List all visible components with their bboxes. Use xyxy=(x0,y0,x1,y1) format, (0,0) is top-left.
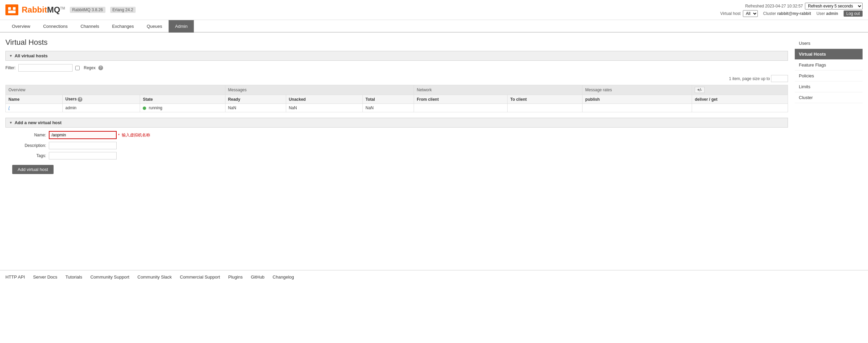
filter-input[interactable] xyxy=(18,64,73,72)
add-vhost-form: Name: /aopmin * 输入虚拟机名称 Description: Tag… xyxy=(12,131,788,159)
footer-commercial-support[interactable]: Commercial Support xyxy=(180,274,220,280)
virtual-host-select[interactable]: All xyxy=(743,10,758,17)
filter-label: Filter: xyxy=(5,65,16,70)
col-publish: publish xyxy=(583,95,692,104)
logout-button[interactable]: Log out xyxy=(844,11,863,17)
footer-tutorials[interactable]: Tutorials xyxy=(65,274,82,280)
status-running-icon xyxy=(143,107,146,110)
sidebar-item-cluster[interactable]: Cluster xyxy=(795,92,863,103)
nav-queues[interactable]: Queues xyxy=(140,20,169,33)
page-size-text: 1 item, page size up to xyxy=(729,76,770,81)
logo-tm: TM xyxy=(60,6,65,10)
erlang-version: Erlang 24.2 xyxy=(110,7,136,13)
rabbitmq-logo-icon xyxy=(5,4,18,15)
rabbitmq-version: RabbitMQ 3.8.26 xyxy=(70,7,105,13)
refreshed-timestamp: Refreshed 2023-04-27 10:32:57 xyxy=(745,4,803,8)
page-size-input[interactable]: 100 xyxy=(771,75,788,82)
row-ready: NaN xyxy=(225,104,286,112)
col-from-client: From client xyxy=(414,95,508,104)
nav-overview[interactable]: Overview xyxy=(5,20,37,33)
row-total: NaN xyxy=(363,104,414,112)
add-collapse-triangle-icon: ▼ xyxy=(9,121,13,125)
collapse-triangle-icon: ▼ xyxy=(9,54,13,58)
svg-rect-1 xyxy=(8,7,11,10)
footer: HTTP API Server Docs Tutorials Community… xyxy=(0,270,868,284)
col-total: Total xyxy=(363,95,414,104)
vhost-link[interactable]: / xyxy=(8,106,9,110)
svg-rect-3 xyxy=(8,11,16,13)
all-virtual-hosts-label: All virtual hosts xyxy=(15,53,48,58)
nav-connections[interactable]: Connections xyxy=(37,20,74,33)
sidebar-item-policies[interactable]: Policies xyxy=(795,71,863,81)
plus-minus-button[interactable]: +/- xyxy=(695,87,704,93)
footer-http-api[interactable]: HTTP API xyxy=(5,274,25,280)
state-text: running xyxy=(149,106,162,110)
footer-plugins[interactable]: Plugins xyxy=(228,274,243,280)
cluster-info: Cluster rabbit@my-rabbit xyxy=(763,11,811,16)
content-area: Virtual Hosts ▼ All virtual hosts Filter… xyxy=(5,38,788,265)
footer-server-docs[interactable]: Server Docs xyxy=(33,274,58,280)
add-virtual-host-button[interactable]: Add virtual host xyxy=(12,165,54,174)
name-label: Name: xyxy=(12,133,46,137)
user-value: admin xyxy=(826,11,838,16)
add-vhost-label: Add a new virtual host xyxy=(15,120,62,125)
group-network: Network xyxy=(414,85,583,95)
nav-channels[interactable]: Channels xyxy=(74,20,105,33)
nav-exchanges[interactable]: Exchanges xyxy=(105,20,140,33)
description-row: Description: xyxy=(12,142,788,149)
row-name[interactable]: / xyxy=(6,104,63,112)
tags-label: Tags: xyxy=(12,153,46,158)
filter-row: Filter: Regex ? xyxy=(5,64,788,72)
tags-row: Tags: xyxy=(12,152,788,159)
regex-checkbox[interactable] xyxy=(75,66,80,70)
logo-rabbit: Rabbit xyxy=(22,5,47,14)
sidebar-item-feature-flags[interactable]: Feature Flags xyxy=(795,60,863,71)
required-star: * xyxy=(118,133,120,138)
footer-changelog[interactable]: Changelog xyxy=(273,274,294,280)
all-virtual-hosts-section-header[interactable]: ▼ All virtual hosts xyxy=(5,51,788,61)
description-label: Description: xyxy=(12,143,46,148)
col-to-client: To client xyxy=(508,95,583,104)
regex-help-icon[interactable]: ? xyxy=(98,65,103,70)
tags-input[interactable] xyxy=(49,152,117,159)
plus-minus-cell[interactable]: +/- xyxy=(692,85,788,95)
table-row[interactable]: / admin running NaN NaN NaN xyxy=(6,104,788,112)
add-vhost-section-header[interactable]: ▼ Add a new virtual host xyxy=(5,118,788,128)
row-publish xyxy=(583,104,692,112)
col-state: State xyxy=(140,95,225,104)
admin-sidebar: Users Virtual Hosts Feature Flags Polici… xyxy=(795,38,863,265)
logo-area: RabbitMQTM RabbitMQ 3.8.26 Erlang 24.2 xyxy=(5,4,136,15)
sidebar-item-virtual-hosts[interactable]: Virtual Hosts xyxy=(795,49,863,60)
page-title: Virtual Hosts xyxy=(5,38,788,47)
name-input[interactable]: /aopmin xyxy=(49,131,117,139)
group-messages: Messages xyxy=(225,85,414,95)
row-unacked: NaN xyxy=(286,104,362,112)
table-group-header-row: Overview Messages Network Message rates … xyxy=(6,85,788,95)
col-ready: Ready xyxy=(225,95,286,104)
logo-text: RabbitMQTM xyxy=(22,5,65,15)
row-from-client xyxy=(414,104,508,112)
row-users: admin xyxy=(62,104,140,112)
table-col-header-row: Name Users ? State Ready Unacked Total F… xyxy=(6,95,788,104)
users-help-icon[interactable]: ? xyxy=(78,97,82,102)
info-row: Virtual host All Cluster rabbit@my-rabbi… xyxy=(720,10,863,17)
sidebar-item-users[interactable]: Users xyxy=(795,38,863,49)
footer-community-support[interactable]: Community Support xyxy=(90,274,129,280)
regex-label: Regex xyxy=(84,65,96,70)
footer-community-slack[interactable]: Community Slack xyxy=(137,274,172,280)
col-users: Users ? xyxy=(62,95,140,104)
footer-github[interactable]: GitHub xyxy=(251,274,264,280)
refresh-select[interactable]: Refresh every 5 secondsRefresh every 10 … xyxy=(805,3,863,9)
nav-admin[interactable]: Admin xyxy=(169,20,194,33)
cluster-value: rabbit@my-rabbit xyxy=(777,11,811,16)
group-message-rates: Message rates xyxy=(583,85,692,95)
page-size-row: 1 item, page size up to 100 xyxy=(5,75,788,82)
sidebar-item-limits[interactable]: Limits xyxy=(795,81,863,92)
row-deliver-get xyxy=(692,104,788,112)
svg-rect-2 xyxy=(13,7,16,10)
main-content: Virtual Hosts ▼ All virtual hosts Filter… xyxy=(0,33,868,270)
row-to-client xyxy=(508,104,583,112)
virtual-host-label: Virtual host All xyxy=(720,10,757,17)
description-input[interactable] xyxy=(49,142,117,149)
col-name: Name xyxy=(6,95,63,104)
